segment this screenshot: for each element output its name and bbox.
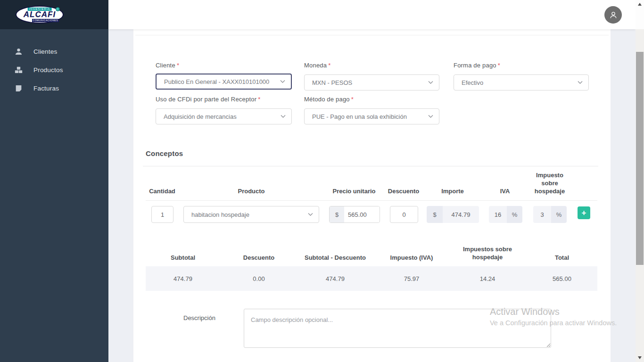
producto-select[interactable]: habitacion hospedaje — [183, 206, 319, 223]
summary-impuestos-hospedaje-value: 14.24 — [480, 275, 495, 282]
moneda-label: Moneda* — [304, 62, 330, 69]
brand-tagline-bottom: COMUNICACIONES — [32, 19, 59, 22]
descuento-input[interactable] — [390, 206, 418, 223]
forma-de-pago-select[interactable]: Efectivo — [454, 74, 589, 90]
sidebar-item-label: Productos — [33, 66, 63, 74]
hospedaje-group: 3 % — [533, 206, 567, 223]
conceptos-title: Conceptos — [146, 149, 183, 157]
summary-impuesto-iva-value: 75.97 — [404, 275, 420, 282]
importe-value: 474.79 — [443, 206, 479, 223]
main-content: Cliente* Moneda* Forma de pago* Publico … — [108, 29, 636, 362]
chevron-down-icon — [308, 213, 313, 216]
metodo-de-pago-select-value: PUE - Pago en una sola exhibición — [312, 113, 407, 120]
required-asterisk: * — [177, 62, 179, 69]
col-header-descuento: Descuento — [388, 187, 419, 195]
user-icon — [608, 10, 619, 20]
brand-name: ALCAFI — [24, 10, 56, 19]
summary-values-row — [146, 266, 597, 291]
chevron-down-icon — [428, 115, 433, 118]
chevron-down-icon — [578, 81, 583, 84]
user-avatar-button[interactable] — [604, 6, 622, 24]
iva-value: 16 — [489, 206, 507, 223]
sidebar-nav: Clientes Productos Facturas — [0, 42, 108, 98]
invoice-file-icon — [15, 84, 23, 92]
boxes-icon — [15, 66, 23, 74]
summary-subtotal-descuento-value: 474.79 — [326, 275, 345, 282]
summary-header-impuestos-hospedaje: Impuestos sobre hospedaje — [458, 245, 517, 261]
descripcion-label: Descripción — [183, 314, 215, 321]
windows-activation-watermark-title: Activar Windows — [490, 306, 560, 317]
brand-tagline-top: INGENIERIA — [28, 8, 52, 11]
col-header-importe: Importe — [441, 187, 464, 195]
sidebar-item-label: Facturas — [33, 85, 59, 92]
summary-subtotal-value: 474.79 — [173, 275, 192, 282]
sidebar-item-label: Clientes — [33, 48, 57, 55]
required-asterisk: * — [351, 96, 354, 103]
iva-group: 16 % — [489, 206, 522, 223]
metodo-de-pago-select[interactable]: PUE - Pago en una sola exhibición — [304, 108, 439, 124]
vertical-scrollbar[interactable] — [636, 0, 644, 362]
hospedaje-value: 3 — [533, 206, 551, 223]
scrollbar-thumb[interactable] — [636, 52, 644, 265]
importe-group: $ 474.79 — [427, 206, 479, 223]
chevron-down-icon — [280, 80, 285, 83]
add-concept-button[interactable]: + — [578, 206, 590, 219]
uso-cfdi-select-value: Adquisición de mercancias — [164, 113, 237, 120]
windows-activation-watermark-subtitle: Ve a Configuración para activar Windows. — [490, 319, 617, 327]
col-header-producto: Producto — [238, 187, 264, 195]
summary-total-value: 565.00 — [553, 275, 571, 282]
sidebar-item-facturas[interactable]: Facturas — [0, 79, 108, 98]
col-header-cantidad: Cantidad — [149, 187, 175, 195]
col-header-precio-unitario: Precio unitario — [332, 187, 375, 195]
top-bar — [108, 0, 636, 29]
table-header-divider — [146, 200, 597, 201]
percent-suffix: % — [551, 206, 567, 223]
forma-de-pago-select-value: Efectivo — [462, 79, 483, 86]
summary-header-subtotal-descuento: Subtotal - Descuento — [305, 254, 366, 262]
precio-unitario-group: $ — [329, 206, 380, 223]
precio-unitario-input[interactable] — [344, 206, 379, 222]
conceptos-divider — [143, 166, 598, 166]
col-header-impuesto-hospedaje: Impuesto sobre hospedaje — [528, 171, 571, 195]
metodo-de-pago-label: Método de pago* — [304, 96, 354, 103]
summary-header-descuento: Descuento — [243, 254, 274, 262]
required-asterisk: * — [498, 62, 500, 69]
uso-cfdi-label: Uso de CFDi por parte del Receptor* — [156, 96, 260, 103]
forma-de-pago-label: Forma de pago* — [454, 62, 500, 69]
summary-header-impuesto-iva: Impuesto (IVA) — [390, 254, 433, 262]
summary-header-total: Total — [555, 254, 569, 262]
currency-prefix: $ — [330, 206, 344, 222]
moneda-select[interactable]: MXN - PESOS — [304, 74, 439, 90]
required-asterisk: * — [258, 96, 260, 103]
summary-header-subtotal: Subtotal — [171, 254, 195, 262]
sidebar: INGENIERIA ALCAFI COMUNICACIONES Cliente… — [0, 0, 108, 362]
scroll-up-icon[interactable] — [638, 3, 642, 6]
globe-icon — [56, 7, 60, 11]
chevron-down-icon — [428, 81, 433, 84]
cantidad-input[interactable] — [151, 206, 173, 223]
card-top-divider — [135, 35, 609, 35]
sidebar-item-productos[interactable]: Productos — [0, 61, 108, 79]
sidebar-item-clientes[interactable]: Clientes — [0, 42, 108, 61]
col-header-iva: IVA — [500, 187, 510, 195]
brand-logo-oval: INGENIERIA ALCAFI COMUNICACIONES — [16, 6, 64, 24]
person-icon — [15, 48, 23, 56]
scroll-down-icon[interactable] — [638, 356, 642, 359]
chevron-down-icon — [281, 115, 286, 118]
summary-descuento-value: 0.00 — [253, 275, 264, 282]
percent-suffix: % — [507, 206, 522, 223]
moneda-select-value: MXN - PESOS — [312, 79, 352, 86]
brand-logo: INGENIERIA ALCAFI COMUNICACIONES — [0, 0, 108, 29]
uso-cfdi-select[interactable]: Adquisición de mercancias — [156, 108, 292, 124]
cliente-label: Cliente* — [156, 62, 179, 69]
currency-prefix: $ — [427, 206, 443, 223]
required-asterisk: * — [328, 62, 330, 69]
cliente-select-value: Publico En General - XAXX010101000 — [164, 78, 269, 85]
cliente-select[interactable]: Publico En General - XAXX010101000 — [156, 74, 292, 90]
producto-select-value: habitacion hospedaje — [191, 211, 249, 218]
